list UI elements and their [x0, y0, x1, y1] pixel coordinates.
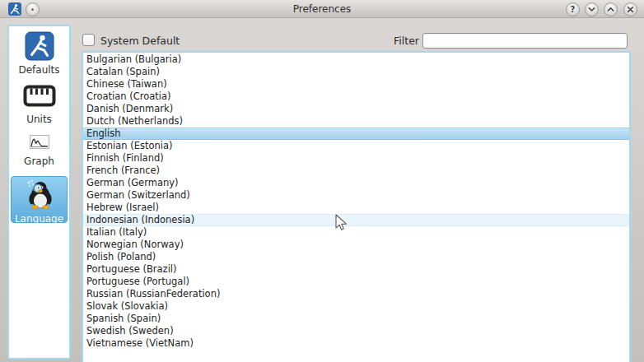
tux-scuba-icon [12, 177, 67, 213]
language-row[interactable]: Hebrew (Israel) [83, 202, 629, 214]
language-list[interactable]: Bulgarian (Bulgaria)Catalan (Spain)Chine… [82, 51, 631, 362]
sidebar-item-units[interactable]: Units [9, 82, 69, 125]
sidebar-item-defaults[interactable]: Defaults [9, 31, 69, 76]
chevron-down-icon [587, 5, 596, 14]
language-row[interactable]: Portuguese (Brazil) [83, 263, 629, 276]
language-row[interactable]: Norwegian (Norway) [83, 239, 629, 251]
language-row[interactable]: Vietnamese (VietNam) [83, 337, 629, 350]
category-sidebar: Defaults Units Graph [7, 25, 71, 360]
preferences-window: { "window": { "title": "Preferences", "a… [0, 0, 644, 362]
chevron-up-icon [606, 5, 615, 14]
language-row[interactable]: Finnish (Finland) [83, 152, 629, 165]
shade-button[interactable] [585, 2, 599, 16]
sidebar-item-graph[interactable]: Graph [9, 133, 69, 167]
language-row[interactable]: Chinese (Taiwan) [83, 78, 629, 90]
language-row[interactable]: Croatian (Croatia) [83, 90, 629, 103]
language-row[interactable]: German (Germany) [83, 177, 629, 189]
language-row[interactable]: Danish (Denmark) [83, 103, 629, 115]
help-button[interactable]: ? [566, 2, 580, 16]
filter-label: Filter [394, 35, 419, 47]
language-row[interactable]: Catalan (Spain) [83, 66, 629, 78]
sidebar-item-label: Graph [9, 155, 69, 167]
ruler-icon [9, 82, 69, 110]
language-row[interactable]: Bulgarian (Bulgaria) [83, 53, 629, 66]
close-icon [626, 5, 635, 14]
language-row[interactable]: Swedish (Sweden) [83, 325, 629, 337]
keep-above-button[interactable] [604, 2, 618, 16]
sidebar-item-label: Defaults [9, 64, 69, 76]
sidebar-item-language[interactable]: Language [11, 176, 68, 223]
profile-graph-icon [9, 133, 69, 153]
language-row[interactable]: Polish (Poland) [83, 251, 629, 263]
system-default-checkbox[interactable] [82, 34, 95, 46]
sidebar-item-label: Units [9, 114, 69, 125]
filter-input[interactable] [422, 33, 628, 49]
system-default-label: System Default [100, 35, 180, 47]
question-icon: ? [571, 5, 576, 14]
language-row[interactable]: Dutch (Netherlands) [83, 115, 629, 128]
diver-icon [9, 31, 69, 64]
language-row[interactable]: Spanish (Spain) [83, 313, 629, 325]
language-row[interactable]: Slovak (Slovakia) [83, 300, 629, 313]
language-row[interactable]: Russian (RussianFederation) [83, 288, 629, 300]
language-row[interactable]: French (France) [83, 165, 629, 177]
window-title: Preferences [0, 0, 644, 18]
language-row[interactable]: Indonesian (Indonesia) [83, 214, 629, 226]
language-row[interactable]: Italian (Italy) [83, 226, 629, 239]
language-row[interactable]: English [83, 128, 629, 140]
language-row[interactable]: Portuguese (Portugal) [83, 276, 629, 288]
language-row[interactable]: Estonian (Estonia) [83, 140, 629, 152]
language-row[interactable]: German (Switzerland) [83, 189, 629, 202]
titlebar[interactable]: Preferences ? [0, 0, 644, 18]
sidebar-item-label: Language [12, 213, 67, 225]
close-button[interactable] [623, 2, 637, 16]
